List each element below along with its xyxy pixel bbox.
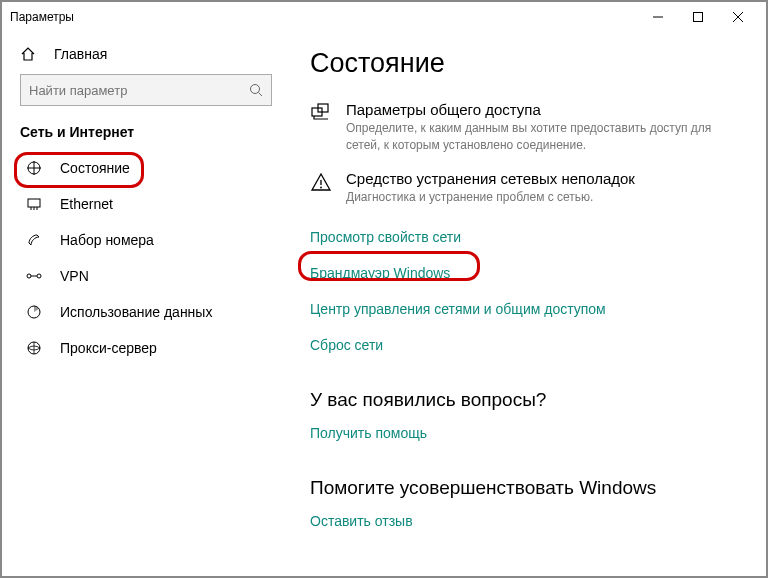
home-link[interactable]: Главная [20,46,272,62]
sharing-options[interactable]: Параметры общего доступа Определите, к к… [310,101,738,154]
sidebar-item-proxy[interactable]: Прокси-сервер [20,330,272,366]
svg-rect-1 [694,13,703,22]
dialup-icon [26,232,46,248]
proxy-icon [26,340,46,356]
sharing-title: Параметры общего доступа [346,101,726,118]
help-heading: У вас появились вопросы? [310,389,738,411]
annotation-highlight [298,251,480,281]
window-title: Параметры [10,10,638,24]
sidebar-item-label: VPN [60,268,89,284]
minimize-button[interactable] [638,3,678,31]
settings-window: Параметры Главная Сеть и [0,0,768,578]
sidebar-item-datausage[interactable]: Использование данных [20,294,272,330]
window-body: Главная Сеть и Интернет Состояние [2,32,766,576]
sharing-icon [310,101,338,124]
sidebar-item-label: Прокси-сервер [60,340,157,356]
titlebar: Параметры [2,2,766,32]
trouble-desc: Диагностика и устранение проблем с сетью… [346,189,635,206]
sharing-desc: Определите, к каким данным вы хотите пре… [346,120,726,154]
sidebar: Главная Сеть и Интернет Состояние [2,32,282,576]
link-feedback[interactable]: Оставить отзыв [310,513,413,529]
section-title: Сеть и Интернет [20,124,272,140]
content-pane: Состояние Параметры общего доступа Опред… [282,32,766,576]
svg-point-4 [251,85,260,94]
sidebar-item-label: Ethernet [60,196,113,212]
svg-rect-9 [28,199,40,207]
page-title: Состояние [310,48,738,79]
link-get-help[interactable]: Получить помощь [310,425,427,441]
vpn-icon [26,268,46,284]
sidebar-item-dialup[interactable]: Набор номера [20,222,272,258]
home-label: Главная [54,46,107,62]
trouble-title: Средство устранения сетевых неполадок [346,170,635,187]
sidebar-item-label: Использование данных [60,304,212,320]
troubleshooter[interactable]: Средство устранения сетевых неполадок Ди… [310,170,738,206]
feedback-heading: Помогите усовершенствовать Windows [310,477,738,499]
svg-point-13 [27,274,31,278]
datausage-icon [26,304,46,320]
search-input[interactable] [29,83,249,98]
ethernet-icon [26,196,46,212]
warning-icon [310,170,338,193]
link-network-center[interactable]: Центр управления сетями и общим доступом [310,301,606,317]
svg-point-21 [320,186,322,188]
search-box[interactable] [20,74,272,106]
link-view-properties[interactable]: Просмотр свойств сети [310,229,461,245]
svg-point-14 [37,274,41,278]
search-icon [249,83,263,97]
close-button[interactable] [718,3,758,31]
sidebar-item-label: Набор номера [60,232,154,248]
annotation-highlight [14,152,144,188]
maximize-button[interactable] [678,3,718,31]
home-icon [20,46,40,62]
sidebar-item-ethernet[interactable]: Ethernet [20,186,272,222]
link-network-reset[interactable]: Сброс сети [310,337,383,353]
svg-line-5 [259,93,263,97]
sidebar-item-vpn[interactable]: VPN [20,258,272,294]
